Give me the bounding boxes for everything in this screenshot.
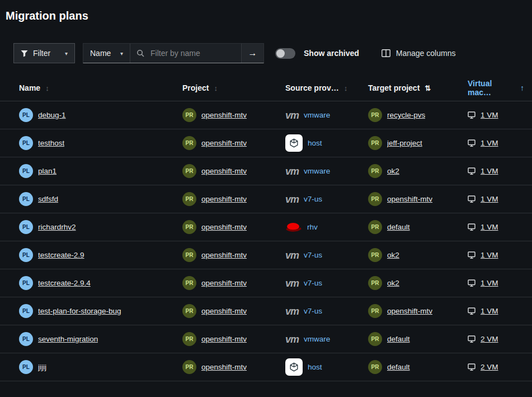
virtual-machines-cell: 1 VM — [463, 106, 532, 124]
toolbar: Filter ▾ Name ▾ → Show archived — [13, 43, 532, 63]
plan-name-link[interactable]: sdfsfd — [38, 195, 58, 203]
project-cell: PR openshift-mtv — [178, 327, 281, 351]
source-provider-link[interactable]: vmware — [304, 167, 330, 175]
source-provider-link[interactable]: vmware — [304, 111, 330, 119]
plan-badge: PL — [19, 192, 33, 206]
manage-columns-button[interactable]: Manage columns — [378, 48, 459, 58]
project-link[interactable]: openshift-mtv — [201, 335, 247, 343]
project-badge: PR — [182, 360, 196, 374]
search-apply-button[interactable]: → — [241, 44, 263, 63]
project-badge: PR — [182, 136, 196, 150]
source-provider-link[interactable]: v7-us — [304, 195, 322, 203]
vm-count-link[interactable]: 1 VM — [481, 307, 498, 315]
column-header-name[interactable]: Name — [0, 80, 178, 96]
name-cell: PL richardrhv2 — [0, 215, 178, 239]
source-provider-link[interactable]: v7-us — [304, 307, 322, 315]
column-header-source-provider[interactable]: Source prov… — [281, 80, 364, 96]
project-badge: PR — [368, 360, 382, 374]
target-project-link[interactable]: default — [387, 363, 410, 371]
project-link[interactable]: openshift-mtv — [201, 111, 247, 119]
source-provider-cell: vm host — [281, 129, 364, 157]
column-header-target-project[interactable]: Target project — [364, 80, 463, 96]
table-row: PL richardrhv2 PR openshift-mtv vm rhv P… — [0, 213, 532, 241]
filter-icon — [21, 50, 28, 57]
plan-name-link[interactable]: jijij — [38, 363, 46, 371]
vm-count-link[interactable]: 1 VM — [481, 111, 498, 119]
show-archived-toggle[interactable] — [275, 48, 295, 59]
project-link[interactable]: openshift-mtv — [201, 251, 247, 259]
target-project-cell: PR ok2 — [364, 271, 463, 295]
project-link[interactable]: openshift-mtv — [201, 195, 247, 203]
vmware-icon: vm — [285, 278, 299, 288]
vm-count-link[interactable]: 1 VM — [481, 167, 498, 175]
plan-name-link[interactable]: seventh-migration — [38, 335, 98, 343]
project-badge: PR — [368, 108, 382, 122]
project-badge: PR — [368, 332, 382, 346]
table-row: PL seventh-migration PR openshift-mtv vm… — [0, 325, 532, 353]
column-header-virtual-machines[interactable]: Virtual mac… — [463, 75, 532, 101]
target-project-cell: PR openshift-mtv — [364, 299, 463, 323]
source-provider-link[interactable]: vmware — [304, 335, 330, 343]
column-label: Virtual mac… — [468, 79, 515, 97]
target-project-link[interactable]: jeff-project — [387, 139, 422, 147]
target-project-link[interactable]: default — [387, 335, 410, 343]
project-link[interactable]: openshift-mtv — [201, 363, 247, 371]
target-project-link[interactable]: ok2 — [387, 251, 399, 259]
vm-count-link[interactable]: 1 VM — [481, 223, 498, 231]
plan-name-link[interactable]: debug-1 — [38, 111, 66, 119]
plan-name-link[interactable]: plan1 — [38, 167, 57, 175]
source-provider-link[interactable]: v7-us — [304, 251, 322, 259]
table-body: PL debug-1 PR openshift-mtv vm vmware PR… — [0, 101, 532, 381]
vm-count-link[interactable]: 1 VM — [481, 139, 498, 147]
vm-count-link[interactable]: 1 VM — [481, 279, 498, 287]
plan-name-link[interactable]: richardrhv2 — [38, 223, 76, 231]
source-provider-cell: vm vmware — [281, 105, 364, 125]
search-filter-group: Name ▾ → — [83, 43, 264, 63]
target-project-link[interactable]: ok2 — [387, 167, 399, 175]
show-archived-control: Show archived — [275, 48, 359, 59]
plan-badge: PL — [19, 136, 33, 150]
redhat-icon — [285, 222, 302, 233]
vm-count-link[interactable]: 1 VM — [481, 251, 498, 259]
source-provider-link[interactable]: v7-us — [304, 279, 322, 287]
plan-badge: PL — [19, 304, 33, 318]
source-provider-link[interactable]: rhv — [307, 223, 318, 231]
target-project-link[interactable]: openshift-mtv — [387, 307, 432, 315]
vm-count-link[interactable]: 2 VM — [481, 363, 498, 371]
project-link[interactable]: openshift-mtv — [201, 223, 247, 231]
migration-plans-page: Migration plans Filter ▾ Name ▾ → — [0, 0, 532, 381]
project-badge: PR — [182, 220, 196, 234]
plan-badge: PL — [19, 220, 33, 234]
project-link[interactable]: openshift-mtv — [201, 307, 247, 315]
source-provider-link[interactable]: host — [308, 363, 322, 371]
target-project-link[interactable]: ok2 — [387, 279, 399, 287]
plan-badge: PL — [19, 164, 33, 178]
target-project-link[interactable]: default — [387, 223, 410, 231]
vm-icon — [468, 195, 475, 203]
project-badge: PR — [182, 192, 196, 206]
source-provider-link[interactable]: host — [308, 139, 322, 147]
project-link[interactable]: openshift-mtv — [201, 167, 247, 175]
project-badge: PR — [368, 136, 382, 150]
plan-name-link[interactable]: test-plan-for-storage-bug — [38, 307, 121, 315]
project-link[interactable]: openshift-mtv — [201, 139, 247, 147]
search-attribute-value: Name — [90, 49, 111, 58]
project-badge: PR — [368, 220, 382, 234]
table-row: PL plan1 PR openshift-mtv vm vmware PR o… — [0, 157, 532, 185]
target-project-link[interactable]: openshift-mtv — [387, 195, 432, 203]
plan-name-link[interactable]: testcreate-2.9 — [38, 251, 84, 259]
plan-name-link[interactable]: testcreate-2.9.4 — [38, 279, 91, 287]
vm-icon — [468, 307, 475, 315]
target-project-link[interactable]: recycle-pvs — [387, 111, 425, 119]
search-attribute-select[interactable]: Name ▾ — [83, 44, 130, 63]
vmware-icon: vm — [285, 334, 299, 344]
vm-count-link[interactable]: 1 VM — [481, 195, 498, 203]
project-link[interactable]: openshift-mtv — [201, 279, 247, 287]
plan-name-link[interactable]: testhost — [38, 139, 64, 147]
search-input[interactable] — [149, 48, 235, 58]
vm-count-link[interactable]: 2 VM — [481, 335, 498, 343]
plan-badge: PL — [19, 108, 33, 122]
column-header-project[interactable]: Project — [178, 80, 281, 96]
vm-icon — [468, 223, 475, 231]
filter-dropdown-button[interactable]: Filter ▾ — [13, 43, 75, 63]
